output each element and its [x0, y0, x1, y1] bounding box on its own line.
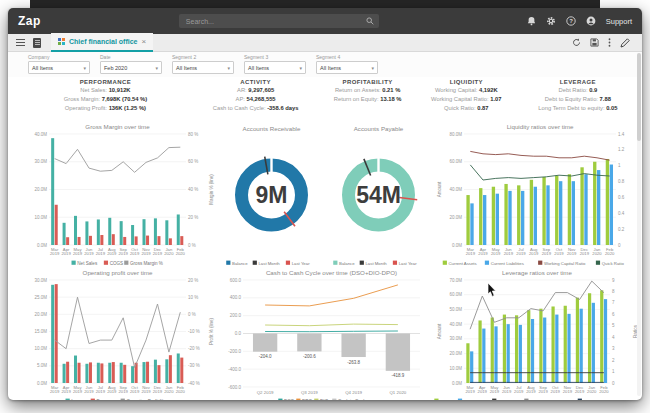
liquidity-ratios-panel[interactable]: Liquidity ratios over time0.0M20.0M40.0M… [434, 121, 640, 267]
support-link[interactable]: Support [606, 17, 632, 26]
svg-text:2019: 2019 [119, 389, 129, 394]
svg-text:Last Year: Last Year [292, 261, 310, 266]
kpi-row: Working Capital Ratio: 1.07 [413, 95, 520, 104]
svg-text:0.0M: 0.0M [37, 243, 47, 248]
svg-text:Amount: Amount [437, 323, 442, 339]
refresh-icon[interactable] [572, 38, 581, 47]
svg-text:2019: 2019 [575, 389, 585, 394]
cash-to-cash-panel[interactable]: Cash to Cash Cycle over time (DSO+DIO-DP… [218, 267, 432, 400]
svg-text:200.0: 200.0 [230, 313, 242, 318]
scrollbar-thumb[interactable] [637, 53, 641, 141]
chart-gross-margin-panel[interactable]: Gross Margin over time0.0M10.0M20.0M30.0… [24, 121, 216, 267]
save-icon[interactable] [590, 38, 599, 47]
document-icon[interactable] [33, 38, 41, 48]
tab-chief-financial-office[interactable]: Chief financial office × [51, 33, 153, 52]
svg-text:2019: 2019 [61, 251, 71, 256]
menu-icon[interactable] [16, 39, 25, 46]
kpi-row: Cash to Cash Cycle: -358.6 days [189, 104, 322, 113]
zap-logo: Zap [18, 14, 41, 28]
operating-profit-panel[interactable]: Operating profit over time0.0M5.0M10.0M1… [24, 267, 216, 400]
svg-text:2019: 2019 [141, 251, 151, 256]
kpi-row: Long Term Debt to equity: 0.05 [520, 104, 636, 113]
svg-text:Cash to Cash Cycle over time (: Cash to Cash Cycle over time (DSO+DIO-DP… [266, 269, 397, 276]
accounts-donuts-panel[interactable]: Accounts Receivable9MBalanceLast MonthLa… [218, 121, 432, 267]
chevron-down-icon: ▾ [371, 65, 374, 71]
search-box[interactable] [179, 14, 379, 28]
svg-text:Margin % (line): Margin % (line) [209, 174, 214, 205]
kpi-activity: ACTIVITYAR: 9,297,605AP: 54,268,555Cash … [189, 79, 322, 121]
svg-text:2019: 2019 [551, 389, 561, 394]
gross-margin-chart[interactable]: Gross Margin over time0.0M10.0M20.0M30.0… [24, 121, 216, 267]
filter-dropdown[interactable]: All Items ▾ [316, 61, 378, 74]
svg-text:-400.0: -400.0 [228, 367, 241, 372]
svg-text:1.2: 1.2 [618, 147, 625, 152]
filter-dropdown[interactable]: All Items ▾ [244, 61, 306, 74]
kebab-icon[interactable] [608, 38, 611, 47]
svg-text:Working Capital Ratio: Working Capital Ratio [544, 261, 586, 266]
svg-text:2019: 2019 [107, 251, 117, 256]
kpi-row: Debt to Equity Ratio: 7.88 [520, 95, 636, 104]
search-input[interactable] [184, 17, 366, 26]
kpi-row: AP: 54,268,555 [189, 95, 322, 104]
svg-text:Accounts Receivable: Accounts Receivable [243, 125, 301, 132]
svg-text:2020: 2020 [164, 389, 174, 394]
filter-label: Company [28, 54, 90, 60]
svg-text:Balance: Balance [232, 261, 248, 266]
kpi-row: Net Sales: 10,912K [22, 86, 189, 95]
svg-text:10 %: 10 % [188, 295, 198, 300]
svg-text:2019: 2019 [504, 251, 514, 256]
bell-icon[interactable] [527, 16, 536, 26]
svg-text:1: 1 [612, 369, 615, 374]
filter-value: All Items [176, 65, 197, 71]
svg-text:-418.9: -418.9 [391, 373, 404, 378]
accounts-payable-donut[interactable]: Accounts Payable54MBalanceLast MonthLast… [325, 121, 432, 267]
user-icon[interactable] [586, 16, 596, 26]
operating-profit-chart[interactable]: Operating profit over time0.0M5.0M10.0M1… [24, 267, 216, 400]
liquidity-ratios-chart[interactable]: Liquidity ratios over time0.0M20.0M40.0M… [434, 121, 640, 267]
svg-text:?: ? [569, 18, 573, 24]
svg-text:2019: 2019 [153, 251, 163, 256]
edit-pencil-icon[interactable] [620, 38, 630, 48]
svg-text:2019: 2019 [119, 251, 129, 256]
filter-segment-2: Segment 2 All Items ▾ [172, 54, 234, 74]
svg-text:Leverage ratios over time: Leverage ratios over time [502, 269, 572, 276]
svg-text:2019: 2019 [502, 389, 512, 394]
kpi-title: PERFORMANCE [22, 79, 189, 85]
svg-text:2019: 2019 [107, 389, 117, 394]
filter-dropdown[interactable]: Feb 2020 ▾ [100, 61, 162, 74]
svg-text:Q3 2019: Q3 2019 [301, 390, 318, 395]
svg-text:COGS: COGS [110, 261, 124, 266]
vertical-scrollbar[interactable] [637, 53, 641, 396]
svg-text:6: 6 [612, 312, 615, 317]
chevron-down-icon: ▾ [299, 65, 302, 71]
gear-icon[interactable] [546, 16, 556, 26]
svg-text:2019: 2019 [526, 389, 536, 394]
svg-text:Quick Ratio: Quick Ratio [602, 261, 625, 266]
filter-dropdown[interactable]: All Items ▾ [28, 61, 90, 74]
charts-grid: Gross Margin over time0.0M10.0M20.0M30.0… [8, 121, 642, 400]
svg-text:9M: 9M [256, 182, 288, 208]
help-icon[interactable]: ? [566, 16, 576, 26]
kpi-strip: PERFORMANCENet Sales: 10,912KGross Margi… [8, 77, 642, 121]
mouse-cursor [487, 283, 498, 298]
tab-toolbar: Chief financial office × [8, 34, 642, 52]
svg-text:2019: 2019 [478, 251, 488, 256]
svg-text:2019: 2019 [516, 251, 526, 256]
svg-text:-30 %: -30 % [188, 363, 200, 368]
top-bar: Zap ? [8, 8, 642, 34]
svg-text:3: 3 [612, 346, 615, 351]
svg-text:60.0M: 60.0M [449, 292, 462, 297]
svg-text:2019: 2019 [73, 251, 83, 256]
svg-text:80 %: 80 % [188, 132, 198, 137]
svg-text:2019: 2019 [141, 389, 151, 394]
svg-text:Last Year: Last Year [399, 261, 417, 266]
kpi-row: Quick Ratio: 0.87 [413, 104, 520, 113]
cash-to-cash-chart[interactable]: Cash to Cash Cycle over time (DSO+DIO-DP… [218, 267, 432, 400]
leverage-ratios-panel[interactable]: Leverage ratios over time0.0M10.0M20.0M3… [434, 267, 640, 400]
filter-company: Company All Items ▾ [28, 54, 90, 74]
kpi-row: Operating Profit: 136K (1.25 %) [22, 104, 189, 113]
filter-dropdown[interactable]: All Items ▾ [172, 61, 234, 74]
tab-close-icon[interactable]: × [141, 38, 146, 46]
leverage-ratios-chart[interactable]: Leverage ratios over time0.0M10.0M20.0M3… [434, 267, 640, 400]
accounts-receivable-donut[interactable]: Accounts Receivable9MBalanceLast MonthLa… [218, 121, 325, 267]
